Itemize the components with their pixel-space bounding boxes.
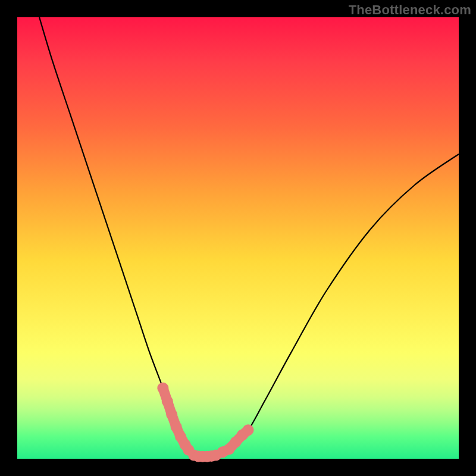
- marker-right-point: [243, 424, 254, 436]
- marker-left-point: [166, 409, 177, 420]
- marker-left-point: [157, 383, 168, 394]
- chart-frame: TheBottleneck.com: [0, 0, 476, 476]
- watermark-text: TheBottleneck.com: [349, 2, 471, 18]
- curve-svg: [17, 17, 459, 459]
- marker-layer: [157, 383, 253, 462]
- marker-left-point: [162, 396, 173, 407]
- marker-left-point: [171, 421, 182, 433]
- plot-area: [17, 17, 459, 459]
- bottleneck-curve: [39, 17, 459, 457]
